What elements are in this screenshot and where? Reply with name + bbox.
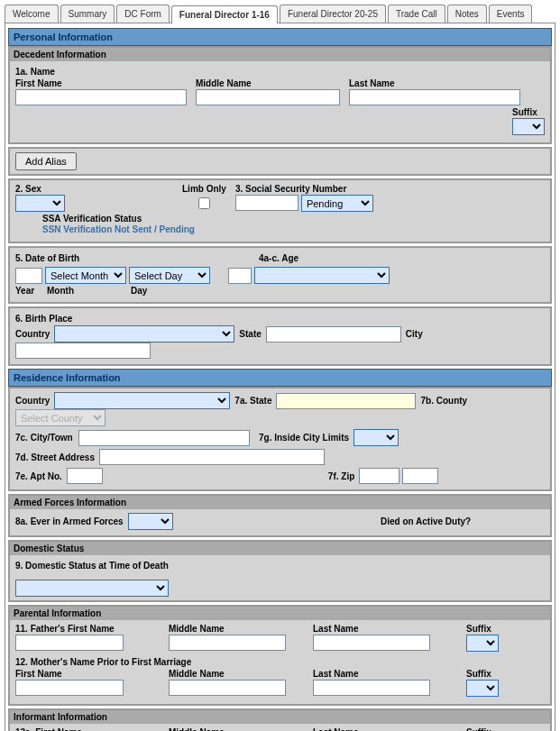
- lbl-mother-last: Last Name: [313, 669, 457, 680]
- suffix-select[interactable]: [512, 118, 545, 135]
- lbl-inf-last: Last Name: [313, 727, 457, 731]
- father-suffix-select[interactable]: [466, 635, 499, 652]
- lbl-birthplace: 6. Birth Place: [15, 312, 545, 325]
- tab-bar: Welcome Summary DC Form Funeral Director…: [5, 5, 555, 23]
- lbl-last: Last Name: [349, 78, 520, 89]
- lbl-res-county: 7b. County: [420, 396, 467, 406]
- ssa-status-text: SSN Verification Not Sent / Pending: [42, 224, 195, 234]
- res-apt-input[interactable]: [67, 468, 103, 484]
- lbl-father-last: Last Name: [313, 624, 457, 635]
- first-name-input[interactable]: [15, 89, 187, 105]
- father-middle-input[interactable]: [169, 635, 286, 651]
- res-city-input[interactable]: [78, 430, 250, 446]
- ssn-status-select[interactable]: Pending: [301, 195, 373, 212]
- panel-armed: Armed Forces Information 8a. Ever in Arm…: [8, 494, 552, 537]
- lbl-res-zip: 7f. Zip: [328, 471, 354, 481]
- res-limits-select[interactable]: [353, 429, 399, 446]
- tab-dc-form[interactable]: DC Form: [116, 5, 170, 23]
- res-zip1-input[interactable]: [359, 468, 399, 484]
- res-country-select[interactable]: [54, 392, 230, 409]
- sex-select[interactable]: [15, 195, 65, 212]
- res-zip2-input[interactable]: [402, 468, 438, 484]
- res-state-input[interactable]: [276, 393, 416, 409]
- lbl-res-state: 7a. State: [234, 396, 271, 406]
- lbl-bp-state: State: [239, 329, 261, 339]
- tab-fd-20-25[interactable]: Funeral Director 20-25: [280, 5, 386, 23]
- add-alias-button[interactable]: Add Alias: [15, 152, 77, 170]
- tab-notes[interactable]: Notes: [447, 5, 487, 23]
- lbl-limb: Limb Only: [182, 184, 226, 195]
- panel-birthplace: 6. Birth Place Country State City: [8, 306, 552, 366]
- domestic-select[interactable]: [15, 580, 169, 597]
- tab-events[interactable]: Events: [489, 5, 533, 23]
- lbl-father-middle: Middle Name: [169, 624, 304, 635]
- lbl-dob: 5. Date of Birth: [15, 251, 259, 265]
- lbl-inf-first: 13a. First Name: [15, 727, 160, 731]
- armed-select[interactable]: [128, 513, 173, 530]
- mother-first-input[interactable]: [15, 680, 124, 696]
- lbl-sex: 2. Sex: [15, 184, 65, 195]
- lbl-armed: 8a. Ever in Armed Forces: [15, 516, 124, 526]
- panel-dob: 5. Date of Birth 4a-c. Age Select Month …: [8, 246, 552, 304]
- lbl-res-apt: 7e. Apt No.: [15, 471, 62, 481]
- lbl-ssn: 3. Social Security Number: [235, 184, 373, 195]
- lbl-year: Year: [15, 286, 47, 297]
- lbl-res-street: 7d. Street Address: [15, 452, 95, 462]
- section-residence: Residence Information: [8, 369, 552, 387]
- informant-header: Informant Information: [10, 710, 550, 724]
- dob-day-select[interactable]: Select Day: [129, 267, 210, 284]
- panel-sex-ssn: 2. Sex Limb Only 3. Social Security Numb…: [8, 178, 552, 243]
- ssn-input[interactable]: [235, 195, 298, 211]
- lbl-bp-country: Country: [15, 329, 50, 339]
- lbl-res-country: Country: [15, 396, 50, 406]
- dob-month-select[interactable]: Select Month: [45, 267, 126, 284]
- bp-country-select[interactable]: [54, 325, 234, 343]
- section-personal: Personal Information: [8, 28, 552, 46]
- panel-residence: Country 7a. State 7b. County Select Coun…: [8, 387, 552, 491]
- father-last-input[interactable]: [313, 635, 430, 651]
- parental-header: Parental Information: [10, 607, 550, 620]
- age-unit-select[interactable]: [254, 267, 390, 284]
- lbl-day: Day: [131, 286, 147, 297]
- lbl-domestic: 9. Domestic Status at Time of Death: [15, 559, 545, 572]
- lbl-res-city: 7c. City/Town: [15, 433, 74, 443]
- main-content: Personal Information Decedent Informatio…: [5, 23, 555, 731]
- lbl-first: First Name: [15, 78, 187, 89]
- lbl-ssa: SSA Verification Status: [42, 214, 195, 224]
- age-input[interactable]: [228, 268, 252, 284]
- tab-fd-1-16[interactable]: Funeral Director 1-16: [171, 5, 278, 23]
- res-street-input[interactable]: [99, 449, 325, 465]
- dob-year-input[interactable]: [15, 268, 42, 284]
- last-name-input[interactable]: [349, 89, 520, 105]
- panel-domestic: Domestic Status 9. Domestic Status at Ti…: [8, 540, 552, 602]
- tab-trade-call[interactable]: Trade Call: [388, 5, 445, 23]
- tab-welcome[interactable]: Welcome: [5, 5, 59, 23]
- lbl-suffix: Suffix: [512, 107, 545, 118]
- lbl-mother-suffix: Suffix: [466, 669, 499, 680]
- lbl-father-first: 11. Father's First Name: [15, 624, 160, 635]
- lbl-bp-city: City: [406, 329, 423, 339]
- bp-city-input[interactable]: [15, 343, 151, 359]
- res-county-select[interactable]: Select County: [15, 409, 106, 426]
- lbl-inf-middle: Middle Name: [169, 727, 304, 731]
- lbl-active-duty: Died on Active Duty?: [381, 516, 471, 526]
- lbl-inf-suffix: Suffix: [466, 727, 499, 731]
- name-question: 1a. Name: [15, 65, 545, 78]
- panel-alias: Add Alias: [8, 147, 552, 176]
- limb-only-checkbox[interactable]: [182, 197, 226, 209]
- bp-state-input[interactable]: [266, 326, 401, 343]
- decedent-header: Decedent Information: [10, 48, 550, 61]
- lbl-res-limits: 7g. Inside City Limits: [259, 433, 349, 443]
- lbl-father-suffix: Suffix: [466, 624, 499, 635]
- armed-header: Armed Forces Information: [10, 496, 550, 509]
- middle-name-input[interactable]: [196, 89, 340, 105]
- mother-last-input[interactable]: [313, 680, 430, 696]
- lbl-age: 4a-c. Age: [259, 251, 298, 265]
- lbl-middle: Middle Name: [196, 78, 340, 89]
- tab-summary[interactable]: Summary: [60, 5, 115, 23]
- mother-middle-input[interactable]: [169, 680, 286, 696]
- panel-decedent: Decedent Information 1a. Name First Name…: [8, 46, 552, 144]
- lbl-mother: 12. Mother's Name Prior to First Marriag…: [15, 655, 545, 669]
- mother-suffix-select[interactable]: [466, 680, 499, 697]
- father-first-input[interactable]: [15, 635, 124, 651]
